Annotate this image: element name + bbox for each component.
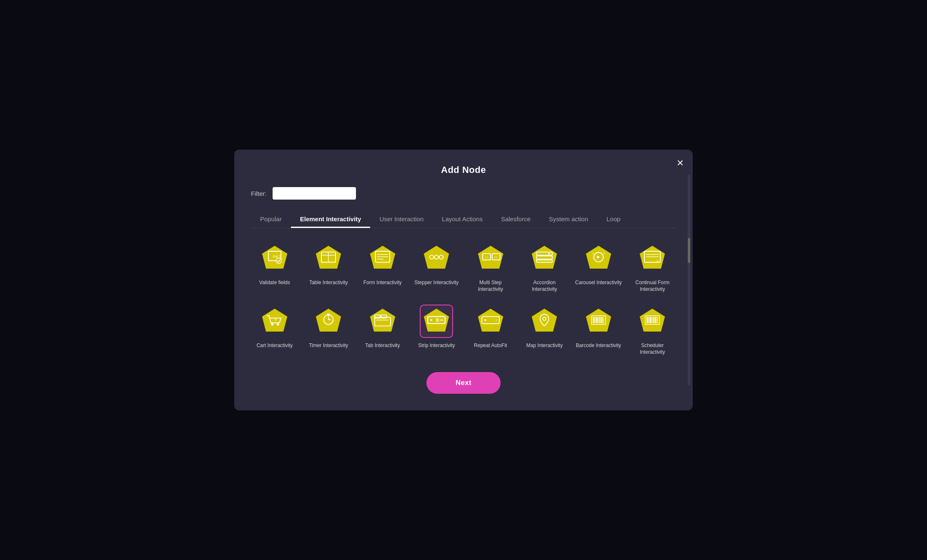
node-label-multi-step-interactivity: Multi Step Interactivity	[467, 279, 514, 292]
modal-overlay: × Add Node Filter: PopularElement Intera…	[0, 0, 927, 560]
svg-text:‹: ‹	[592, 250, 594, 257]
svg-point-41	[276, 323, 279, 325]
node-label-tab-interactivity: Tab Interactivity	[365, 342, 400, 349]
svg-marker-13	[424, 246, 449, 269]
nodes-grid: Joe T Validate fields Table Interactivit…	[251, 242, 676, 355]
tab-layout-actions[interactable]: Layout Actions	[433, 211, 492, 228]
tab-salesforce[interactable]: Salesforce	[492, 211, 540, 228]
node-validate-fields[interactable]: Joe T Validate fields	[251, 242, 298, 292]
node-barcode-interactivity[interactable]: Barcode Interactivity	[575, 305, 622, 355]
node-stepper-interactivity[interactable]: Stepper Interactivity	[413, 242, 461, 292]
tabs-bar: PopularElement InteractivityUser Interac…	[251, 211, 676, 228]
node-label-barcode-interactivity: Barcode Interactivity	[576, 342, 621, 349]
node-tab-interactivity[interactable]: Tab Interactivity	[359, 305, 406, 355]
node-label-validate-fields: Validate fields	[259, 279, 290, 286]
svg-marker-8	[370, 246, 395, 269]
node-icon-cart-interactivity: ?	[258, 305, 291, 338]
scrollbar-thumb	[688, 238, 690, 263]
node-icon-barcode-interactivity	[582, 305, 615, 338]
node-multi-step-interactivity[interactable]: <> <> Multi Step Interactivity	[467, 242, 514, 292]
node-icon-stepper-interactivity	[420, 242, 453, 275]
svg-marker-43	[316, 308, 341, 331]
node-icon-scheduler-interactivity	[636, 305, 669, 338]
node-repeat-autofit[interactable]: › Repeat AutoFit	[467, 305, 514, 355]
node-icon-map-interactivity	[528, 305, 561, 338]
svg-point-40	[271, 323, 273, 325]
svg-marker-34	[640, 246, 665, 269]
tab-element-interactivity[interactable]: Element Interactivity	[291, 211, 371, 228]
node-table-interactivity[interactable]: Table Interactivity	[305, 242, 353, 292]
node-label-map-interactivity: Map Interactivity	[526, 342, 563, 349]
tab-loop[interactable]: Loop	[597, 211, 629, 228]
node-continual-form-interactivity[interactable]: › Continual Form Interactivity	[629, 242, 676, 292]
tab-popular[interactable]: Popular	[251, 211, 291, 228]
node-label-strip-interactivity: Strip Interactivity	[418, 342, 455, 349]
node-carousel-interactivity[interactable]: › ‹ Carousel Interactivity	[575, 242, 622, 292]
node-accordion-interactivity[interactable]: Accordion Interactivity	[521, 242, 569, 292]
node-label-carousel-interactivity: Carousel Interactivity	[575, 279, 622, 286]
svg-text:›: ›	[656, 257, 659, 264]
node-form-interactivity[interactable]: Form Interactivity	[359, 242, 406, 292]
tab-user-interaction[interactable]: User Interaction	[370, 211, 433, 228]
node-label-cart-interactivity: Cart Interactivity	[256, 342, 293, 349]
svg-point-3	[276, 258, 281, 263]
node-label-timer-interactivity: Timer Interactivity	[309, 342, 348, 349]
node-scheduler-interactivity[interactable]: Scheduler Interactivity	[629, 305, 676, 355]
scrollbar-track	[688, 175, 690, 385]
node-label-form-interactivity: Form Interactivity	[363, 279, 402, 286]
node-icon-continual-form-interactivity: ›	[636, 242, 669, 275]
node-label-table-interactivity: Table Interactivity	[309, 279, 348, 286]
node-timer-interactivity[interactable]: Timer Interactivity	[305, 305, 353, 355]
svg-text:›: ›	[603, 250, 605, 257]
svg-text:?: ?	[274, 318, 277, 322]
node-label-continual-form-interactivity: Continual Form Interactivity	[629, 279, 676, 292]
filter-label: Filter:	[251, 190, 267, 197]
add-node-modal: × Add Node Filter: PopularElement Intera…	[234, 150, 693, 410]
node-label-stepper-interactivity: Stepper Interactivity	[414, 279, 458, 286]
node-icon-timer-interactivity	[312, 305, 345, 338]
node-map-interactivity[interactable]: Map Interactivity	[521, 305, 569, 355]
node-label-repeat-autofit: Repeat AutoFit	[474, 342, 507, 349]
node-icon-carousel-interactivity: › ‹	[582, 242, 615, 275]
node-label-accordion-interactivity: Accordion Interactivity	[521, 279, 569, 292]
node-label-scheduler-interactivity: Scheduler Interactivity	[629, 342, 676, 355]
filter-row: Filter:	[251, 187, 676, 200]
node-icon-table-interactivity	[312, 242, 345, 275]
svg-text:Joe T: Joe T	[272, 254, 281, 258]
node-icon-multi-step-interactivity: <> <>	[474, 242, 507, 275]
node-icon-accordion-interactivity	[528, 242, 561, 275]
filter-input[interactable]	[273, 187, 356, 200]
node-icon-strip-interactivity	[420, 305, 453, 338]
node-icon-tab-interactivity	[366, 305, 399, 338]
svg-text:›: ›	[495, 317, 497, 322]
svg-marker-24	[532, 246, 557, 269]
tab-system-action[interactable]: System action	[540, 211, 597, 228]
modal-title: Add Node	[251, 165, 676, 175]
next-button[interactable]: Next	[426, 372, 501, 394]
node-icon-form-interactivity	[366, 242, 399, 275]
svg-text:<>: <>	[494, 255, 497, 259]
node-cart-interactivity[interactable]: ? Cart Interactivity	[251, 305, 298, 355]
node-strip-interactivity[interactable]: Strip Interactivity	[413, 305, 461, 355]
node-icon-validate-fields: Joe T	[258, 242, 291, 275]
svg-text:<>: <>	[485, 255, 489, 259]
close-button[interactable]: ×	[677, 157, 684, 169]
node-icon-repeat-autofit: ›	[474, 305, 507, 338]
